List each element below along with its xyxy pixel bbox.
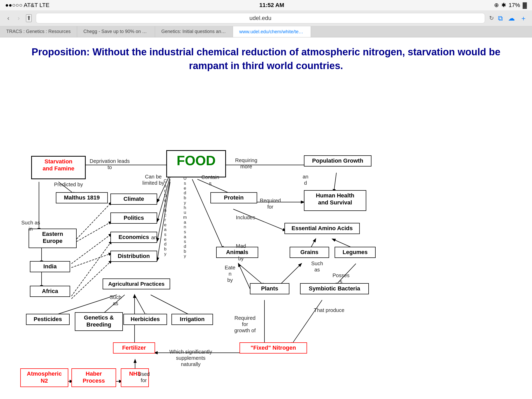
page-content: Proposition: Without the industrial chem… (0, 37, 532, 399)
forward-button[interactable]: › (16, 14, 22, 23)
label-such-as-in: Such asin (21, 220, 40, 232)
tab-overview-icon[interactable]: ⧉ (498, 14, 503, 22)
label-required-growth: Requiredforgrowth of (234, 315, 256, 334)
tab-tracs[interactable]: TRACS : Genetics : Resources (0, 26, 77, 37)
status-bar: ●●○○○ AT&T LTE 11:52 AM ⊕ ✱ 17% ▓ (0, 0, 532, 10)
svg-line-14 (192, 179, 223, 249)
svg-line-31 (71, 253, 112, 268)
label-required-for: Requiredfor (260, 197, 281, 210)
node-politics: Politics (110, 212, 157, 223)
time-display: 11:52 AM (259, 2, 284, 9)
url-bar[interactable]: udel.edu (36, 13, 485, 23)
cloud-icon[interactable]: ☁ (508, 14, 515, 22)
node-essential-aa: Essential Amino Acids (284, 223, 360, 234)
label-and: and (303, 174, 308, 186)
node-genetics: Genetics &Breeding (75, 312, 123, 331)
node-fixed-nitrogen: "Fixed" Nitrogen (240, 342, 307, 353)
battery-text: 17% (509, 2, 520, 9)
node-plants: Plants (250, 283, 289, 294)
share-button[interactable]: ⬆ (26, 14, 32, 22)
node-distribution: Distribution (110, 251, 157, 262)
bluetooth-icon: ✱ (501, 2, 506, 9)
reload-button[interactable]: ↻ (489, 15, 494, 22)
node-symbiotic: Symbiotic Bacteria (300, 283, 369, 294)
node-legumes: Legumes (335, 247, 376, 258)
label-can-be-increased: Canbeincreasedby (164, 179, 167, 256)
label-used-for: Usedfor (138, 371, 150, 383)
status-right: ⊕ ✱ 17% ▓ (494, 2, 527, 9)
svg-line-29 (77, 222, 112, 242)
node-starvation: Starvationand Famine (31, 156, 86, 179)
node-irrigation: Irrigation (171, 314, 213, 325)
label-used-by-humans: Usedbyhumansasdby (183, 176, 187, 259)
label-contains: Contains (201, 174, 219, 187)
label-limited-by: Can belimited by (142, 174, 164, 186)
tab-chegg[interactable]: Chegg - Save up to 90% on Textbooks... (77, 26, 155, 37)
node-haber: HaberProcess (71, 368, 116, 387)
node-climate: Climate (110, 194, 157, 204)
label-posses: Possess (332, 272, 350, 285)
node-fertilizer: Fertilizer (113, 342, 155, 353)
svg-line-28 (77, 202, 112, 239)
node-africa: Africa (30, 286, 70, 297)
concept-map: Starvationand Famine Malthus 1819 Easter… (16, 83, 509, 395)
label-that-produce: That produce (314, 307, 344, 313)
label-such-as-ag: Suchas (110, 294, 122, 307)
back-button[interactable]: ‹ (5, 14, 11, 23)
svg-line-11 (334, 173, 336, 192)
label-significantly: Which significantlysupplementsnaturally (169, 349, 212, 367)
tab-genetics[interactable]: Genetics: Initial questions and Concep..… (155, 26, 233, 37)
carrier-text: ●●○○○ AT&T LTE (5, 2, 49, 9)
node-ag-practices: Agricultural Practices (103, 278, 170, 289)
node-grains: Grains (290, 247, 329, 258)
label-an: an (151, 234, 157, 241)
node-protein: Protein (210, 192, 257, 203)
add-tab-icon[interactable]: ＋ (520, 14, 527, 23)
label-requiring-more: Requiringmore (235, 157, 257, 170)
tab-udel[interactable]: www.udel.edu/chem/white/teaching...✕ (233, 26, 311, 37)
label-eaten-by: Eatenby (225, 264, 235, 283)
node-pesticides: Pesticides (26, 314, 70, 325)
node-population: Population Growth (304, 155, 371, 166)
label-includes: Includes (236, 214, 255, 221)
label-made-by: Madeby (236, 243, 246, 262)
node-food: FOOD (166, 150, 226, 177)
node-india: India (30, 261, 70, 272)
node-herbicides: Herbicides (123, 314, 167, 325)
node-atm-n2: AtmosphericN2 (20, 368, 68, 387)
battery-icon: ▓ (523, 2, 527, 9)
tabs-bar: TRACS : Genetics : Resources Chegg - Sav… (0, 26, 532, 37)
svg-line-15 (238, 264, 264, 286)
node-human-health: Human Healthand Survival (304, 190, 366, 211)
proposition-text: Proposition: Without the industrial chem… (16, 45, 516, 73)
location-icon: ⊕ (494, 2, 499, 9)
node-malthus: Malthus 1819 (56, 192, 108, 203)
svg-line-30 (71, 234, 112, 264)
status-left: ●●○○○ AT&T LTE (5, 2, 49, 9)
node-economics: Economics (110, 232, 157, 243)
browser-icons: ⧉ ☁ ＋ (498, 14, 527, 23)
label-deprivation: Deprivation leadsto (90, 158, 130, 170)
browser-bar: ‹ › ⬆ udel.edu ↻ ⧉ ☁ ＋ (0, 10, 532, 26)
label-predicted: Predicted by (54, 181, 83, 188)
label-such-as-grains: Suchas (311, 260, 323, 273)
